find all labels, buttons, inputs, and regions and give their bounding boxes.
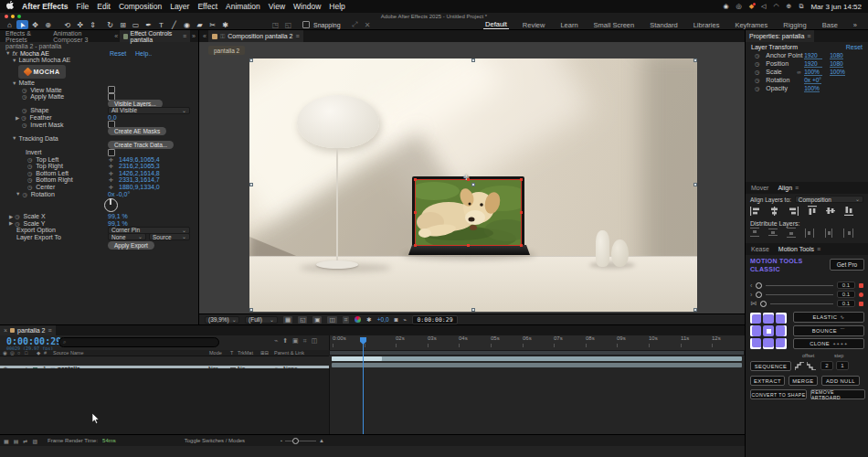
workspace-tab-base[interactable]: Base [820, 21, 840, 29]
menu-effect[interactable]: Effect [197, 2, 217, 11]
magnification-dropdown[interactable]: (39,9%) [205, 316, 239, 324]
control-center-icon[interactable]: ⧉ [799, 3, 803, 10]
timeline-tab-close-icon[interactable]: × [4, 327, 7, 334]
exposure-gear-icon[interactable]: ✱ [366, 316, 371, 324]
anchor-point-x[interactable]: 1920 [804, 52, 822, 59]
ease-value-3[interactable]: 0.1 [837, 300, 855, 307]
close-snapping-icon[interactable]: ✕ [362, 20, 374, 29]
sequence-step-input[interactable]: 1 [836, 361, 849, 370]
comp-handle-br[interactable] [693, 308, 697, 312]
corner-pin-handle-ml[interactable] [414, 211, 417, 214]
scale-x[interactable]: 100% [804, 69, 822, 76]
viewer-timecode[interactable]: 0:00:00:29 [412, 315, 457, 324]
timeline-search-box[interactable]: ⌕ [58, 337, 219, 347]
record-icon[interactable]: ◉ [723, 3, 728, 10]
source-name-column-header[interactable]: Source Name [53, 350, 84, 356]
mask-visibility-icon[interactable]: ◱ [298, 316, 307, 324]
hand-tool-icon[interactable]: ✥ [29, 20, 41, 29]
comp-handle-tl[interactable] [249, 58, 253, 62]
effect-reset-link[interactable]: Reset [110, 50, 126, 57]
workspace-tab-keyframes[interactable]: Keyframes [733, 21, 769, 29]
in-out-toggle-icon[interactable]: ⊞⊟ [260, 350, 269, 356]
matte-group-row[interactable]: ▼Matte [0, 80, 198, 87]
resolution-dropdown[interactable]: (Full) [245, 316, 278, 324]
layer-export-dropdown[interactable]: None [108, 233, 146, 240]
position-x[interactable]: 1920 [804, 60, 822, 68]
sequence-button[interactable]: SEQUENCE [750, 361, 791, 371]
menu-help[interactable]: Help [329, 2, 344, 11]
comp-handle-tc[interactable] [471, 58, 475, 62]
work-area-bar[interactable] [329, 350, 745, 356]
transform-reset-link[interactable]: Reset [846, 44, 863, 50]
hide-shy-icon[interactable]: ▣ [292, 337, 299, 345]
snapshot-camera-icon[interactable]: ◙ [395, 316, 398, 323]
rotation-value[interactable]: 0x -0,0° [108, 191, 130, 197]
display-icon[interactable]: ◎ [736, 3, 742, 10]
align-h-center-icon[interactable] [769, 207, 779, 217]
align-left-icon[interactable] [750, 207, 760, 217]
comp-handle-tr[interactable] [693, 58, 697, 62]
distribute-bottom-icon[interactable] [787, 228, 796, 239]
shape-dropdown[interactable]: All Visible [108, 107, 190, 114]
frame-blend-icon[interactable]: ⌗ [303, 337, 307, 345]
wifi-icon[interactable]: ◠ [773, 3, 778, 10]
layer1-duration-bar[interactable] [332, 356, 742, 361]
menu-layer[interactable]: Layer [170, 2, 189, 11]
comp-handle-ml[interactable] [249, 183, 253, 186]
corner-pin-handle-tr[interactable] [520, 178, 523, 181]
ease-preset-5[interactable] [763, 325, 774, 336]
ease-value-1[interactable]: 0.1 [837, 282, 855, 289]
distribute-left-icon[interactable] [805, 228, 815, 239]
trkmat-column-header[interactable]: TrkMat [238, 350, 253, 356]
region-of-interest-icon[interactable]: ▣ [312, 316, 322, 324]
remove-artboard-button[interactable]: REMOVE ARTBOARD [810, 389, 865, 399]
workspace-overflow-chevron[interactable]: » [852, 21, 859, 29]
graph-editor-icon[interactable]: ▨ [32, 438, 37, 444]
zoom-in-mountain-icon[interactable]: ▲ [319, 438, 324, 443]
axis-mode-icon[interactable]: ◳ [270, 20, 281, 29]
workspace-tab-learn[interactable]: Learn [558, 21, 579, 29]
align-bottom-icon[interactable] [844, 206, 853, 217]
selection-tool-icon[interactable]: ➤ [16, 20, 28, 29]
comp-handle-bl[interactable] [249, 308, 253, 312]
convert-to-shape-button[interactable]: CONVERT TO SHAPE [750, 389, 807, 399]
effect-header-row[interactable]: ▼ fx Mocha AE Reset Help.. [0, 50, 198, 58]
sequence-offset-input[interactable]: 2 [820, 361, 833, 370]
ease-preset-9[interactable] [776, 338, 787, 349]
mocha-launch-button[interactable]: MOCHA [18, 65, 66, 79]
ease-slider-track-1[interactable] [766, 285, 833, 286]
orbit-camera-tool-icon[interactable]: ⟲ [61, 20, 73, 29]
align-to-dropdown[interactable]: Composition [795, 196, 863, 203]
ease-preset-2[interactable] [763, 313, 774, 324]
time-ruler[interactable]: 0:00s 02s 03s 04s 05s 06s 07s 08s 09s 10… [329, 335, 745, 350]
grid-guides-icon[interactable]: ▦ [283, 316, 292, 324]
invert-checkbox[interactable] [108, 149, 115, 156]
dolly-camera-tool-icon[interactable]: ⇕ [87, 20, 99, 29]
dog-layer[interactable]: ✛ [416, 180, 521, 245]
composition-canvas[interactable]: ✛ [249, 58, 697, 312]
render-queue-icon[interactable]: ▦ [4, 438, 9, 444]
ease-apply-3[interactable] [859, 302, 863, 306]
layer-anchor-point-icon[interactable]: ✛ [463, 175, 471, 182]
pen-tool-icon[interactable]: ✒ [143, 20, 154, 29]
transparency-grid-icon[interactable]: ◫ [327, 316, 336, 324]
spotlight-icon[interactable]: ⊕ [787, 3, 792, 10]
viewer-lock-icon[interactable]: ⚿ [220, 33, 225, 40]
menu-app-name[interactable]: After Effects [22, 2, 69, 11]
shape-tool-icon[interactable]: ▭ [130, 20, 142, 29]
rotation-tool-icon[interactable]: ↻ [104, 20, 116, 29]
channel-icon[interactable] [355, 316, 361, 323]
distribute-right-icon[interactable] [843, 228, 853, 239]
ease-out-icon[interactable]: › [750, 292, 752, 298]
ease-both-icon[interactable]: ⋈ [750, 300, 757, 307]
show-snapshot-icon[interactable]: ⌁ [404, 316, 408, 324]
tab-motion-tools[interactable]: Motion Tools≡ [778, 246, 820, 252]
tab-align[interactable]: Align≡ [778, 185, 799, 191]
align-v-center-icon[interactable] [826, 206, 835, 217]
align-right-icon[interactable] [789, 207, 799, 217]
frame-blending-icon[interactable]: ▤ [14, 438, 19, 444]
mode-column-header[interactable]: Mode [209, 350, 222, 356]
timeline-zoom-slider[interactable]: ▪ ▲ [281, 438, 324, 443]
zoom-out-mountain-icon[interactable]: ▪ [281, 438, 282, 443]
comp-handle-center[interactable] [471, 183, 475, 186]
